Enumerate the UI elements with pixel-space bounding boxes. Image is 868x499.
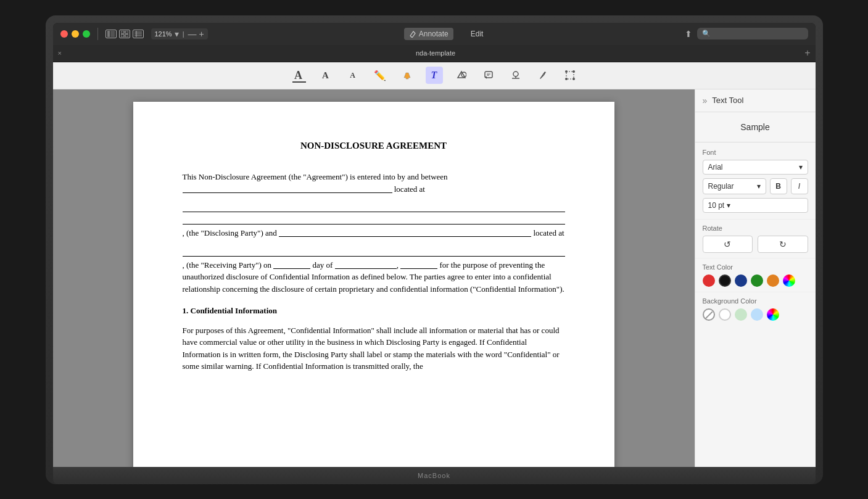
edit-mode-button[interactable]: Edit <box>466 28 489 40</box>
text-color-section: Text Color <box>695 258 816 292</box>
color-swatch-white[interactable] <box>719 308 731 321</box>
macbook-frame: 121% ▾ | — + Annotate Edit ⬆ <box>46 15 823 484</box>
document-area[interactable]: NON-DISCLOSURE AGREEMENT This Non-Disclo… <box>53 89 695 467</box>
text-size-small-icon[interactable]: A <box>344 67 362 84</box>
svg-rect-2 <box>121 31 124 33</box>
paragraph-1: This Non-Disclosure Agreement (the "Agre… <box>183 171 565 195</box>
font-select[interactable]: Arial ▾ <box>703 160 808 175</box>
svg-point-19 <box>572 70 575 73</box>
title-center: Annotate Edit <box>213 28 680 40</box>
pen-icon[interactable] <box>534 67 552 84</box>
document-page: NON-DISCLOSURE AGREEMENT This Non-Disclo… <box>133 102 614 467</box>
color-swatch-light-blue[interactable] <box>751 308 763 321</box>
color-swatch-none[interactable] <box>703 308 715 321</box>
crop-icon[interactable] <box>561 67 579 84</box>
size-chevron-icon: ▾ <box>727 201 730 210</box>
upload-icon[interactable]: ⬆ <box>685 29 692 39</box>
annotate-label: Annotate <box>419 30 448 38</box>
font-style-select[interactable]: Regular ▾ <box>703 178 766 194</box>
zoom-level: 121% <box>155 30 172 38</box>
panel-expand-icon[interactable]: » <box>703 96 708 105</box>
font-label: Font <box>703 149 808 156</box>
color-swatch-orange[interactable] <box>767 274 779 287</box>
traffic-lights <box>60 30 90 38</box>
macbook-label: MacBook <box>418 472 450 479</box>
color-swatch-rainbow[interactable] <box>783 274 795 287</box>
panel-header: » Text Tool <box>695 89 816 112</box>
color-swatch-rainbow-bg[interactable] <box>767 308 779 321</box>
panel-sample-text: Sample <box>695 112 816 142</box>
tab-title: nda-template <box>67 49 804 57</box>
rotate-label: Rotate <box>703 225 808 232</box>
zoom-decrease-button[interactable]: — <box>188 30 197 38</box>
text-color-row <box>703 274 808 287</box>
rotate-cw-button[interactable]: ↻ <box>758 236 808 253</box>
svg-rect-3 <box>125 31 128 33</box>
svg-point-20 <box>565 78 568 80</box>
bold-button[interactable]: B <box>770 178 787 194</box>
rotate-row: ↺ ↻ <box>703 236 808 253</box>
minimize-button[interactable] <box>72 30 79 38</box>
svg-rect-5 <box>125 35 128 37</box>
style-chevron-icon: ▾ <box>757 182 761 191</box>
text-size-large-icon[interactable]: A <box>290 67 307 84</box>
paragraph-receiving: , (the "Receiving Party") on day of , fo… <box>183 247 565 295</box>
svg-point-14 <box>513 72 518 76</box>
panel-title: Text Tool <box>712 96 743 105</box>
text-color-label: Text Color <box>703 263 808 271</box>
paragraph-disclosing: , (the "Disclosing Party") and located a… <box>183 202 565 239</box>
search-input[interactable] <box>714 30 803 38</box>
color-swatch-dark-blue[interactable] <box>735 274 747 287</box>
toolbar: A A A ✏️ T <box>53 62 816 89</box>
annotate-mode-button[interactable]: Annotate <box>404 28 453 40</box>
grid-view-icon[interactable] <box>119 30 130 38</box>
font-style-row: Regular ▾ B I <box>703 178 808 194</box>
macbook-bottom: MacBook <box>53 467 816 484</box>
view-icons <box>105 30 144 38</box>
divider: | <box>183 30 184 38</box>
svg-rect-1 <box>110 31 115 37</box>
svg-rect-0 <box>107 31 110 37</box>
document-title: NON-DISCLOSURE AGREEMENT <box>183 139 565 153</box>
tab-add-button[interactable]: + <box>804 47 810 59</box>
svg-point-21 <box>572 78 575 80</box>
document-body: This Non-Disclosure Agreement (the "Agre… <box>183 171 565 373</box>
color-swatch-light-green[interactable] <box>735 308 747 321</box>
zoom-control: 121% ▾ | — + <box>151 28 208 39</box>
zoom-increase-button[interactable]: + <box>199 30 204 38</box>
chevron-down-icon: ▾ <box>799 163 803 171</box>
tab-close-button[interactable]: × <box>58 49 62 57</box>
section-1-text: For purposes of this Agreement, "Confide… <box>183 324 565 373</box>
svg-rect-4 <box>121 35 124 37</box>
color-swatch-green[interactable] <box>751 274 763 287</box>
shapes-icon[interactable] <box>453 67 470 84</box>
search-icon: 🔍 <box>702 30 711 38</box>
color-swatch-black[interactable] <box>719 274 731 287</box>
rotate-ccw-button[interactable]: ↺ <box>703 236 753 253</box>
color-swatch-red[interactable] <box>703 274 715 287</box>
pencil-icon[interactable]: ✏️ <box>371 67 389 84</box>
edit-label: Edit <box>471 30 484 38</box>
bg-color-label: Background Color <box>703 297 808 305</box>
note-icon[interactable] <box>480 67 497 84</box>
close-button[interactable] <box>60 30 68 38</box>
font-size-select[interactable]: 10 pt ▾ <box>703 198 808 213</box>
rotate-section: Rotate ↺ ↻ <box>695 219 816 258</box>
signature-icon[interactable] <box>507 67 524 84</box>
main-content: NON-DISCLOSURE AGREEMENT This Non-Disclo… <box>53 89 816 467</box>
screen: 121% ▾ | — + Annotate Edit ⬆ <box>53 23 816 467</box>
bg-color-row <box>703 308 808 321</box>
list-view-icon[interactable] <box>133 30 144 38</box>
italic-button[interactable]: I <box>791 178 808 194</box>
search-bar[interactable]: 🔍 <box>697 28 808 39</box>
tab-bar: × nda-template + <box>53 45 816 62</box>
text-tool-icon[interactable]: T <box>426 67 443 84</box>
maximize-button[interactable] <box>83 30 90 38</box>
zoom-dropdown-icon[interactable]: ▾ <box>175 30 179 38</box>
text-size-medium-icon[interactable]: A <box>317 67 334 84</box>
title-bar: 121% ▾ | — + Annotate Edit ⬆ <box>53 23 816 45</box>
sidebar-toggle-icon[interactable] <box>105 30 117 38</box>
svg-rect-17 <box>566 72 574 79</box>
highlighter-icon[interactable] <box>399 67 416 84</box>
title-right: ⬆ 🔍 <box>685 28 808 39</box>
